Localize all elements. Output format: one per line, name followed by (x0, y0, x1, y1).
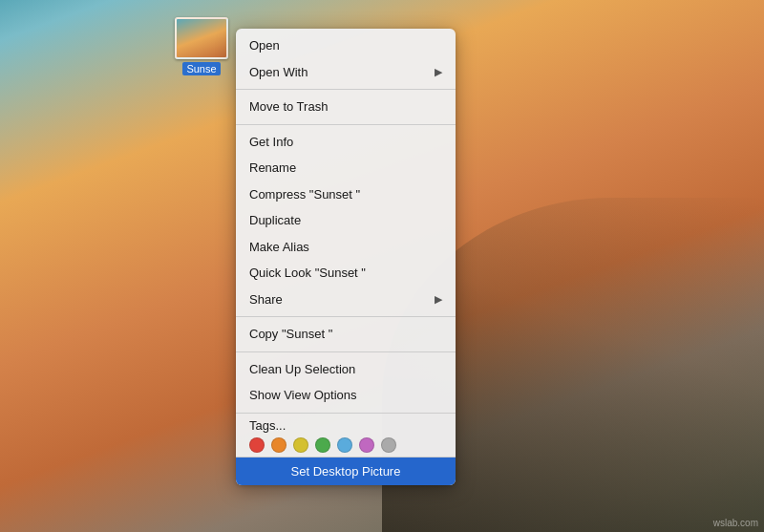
file-label: Sunse (182, 62, 220, 75)
watermark: wslab.com (713, 518, 758, 528)
menu-item-copy[interactable]: Copy "Sunset " (236, 321, 456, 348)
menu-item-copy-label: Copy "Sunset " (249, 325, 332, 344)
menu-item-quick-look[interactable]: Quick Look "Sunset " (236, 260, 456, 287)
menu-section-file-ops: Get Info Rename Compress "Sunset " Dupli… (236, 125, 456, 318)
desktop-file-icon[interactable]: Sunse (167, 17, 236, 75)
menu-item-quick-look-label: Quick Look "Sunset " (249, 264, 366, 283)
menu-item-compress-label: Compress "Sunset " (249, 185, 360, 204)
tag-dot-green[interactable] (315, 437, 330, 453)
menu-item-show-view-options[interactable]: Show View Options (236, 382, 456, 409)
menu-item-rename-label: Rename (249, 159, 296, 178)
menu-item-share-label: Share (249, 290, 283, 309)
menu-section-set-desktop: Set Desktop Picture (236, 458, 456, 485)
file-thumbnail (175, 17, 228, 59)
menu-item-rename[interactable]: Rename (236, 155, 456, 181)
menu-item-clean-up[interactable]: Clean Up Selection (236, 356, 456, 383)
menu-item-open-label: Open (249, 36, 280, 55)
menu-item-make-alias-label: Make Alias (249, 238, 309, 257)
tag-dot-blue[interactable] (337, 437, 352, 453)
menu-item-compress[interactable]: Compress "Sunset " (236, 181, 456, 208)
menu-section-open: Open Open With ▶ (236, 29, 456, 90)
menu-item-make-alias[interactable]: Make Alias (236, 234, 456, 261)
menu-section-copy: Copy "Sunset " (236, 317, 456, 352)
menu-item-open-with[interactable]: Open With ▶ (236, 59, 456, 86)
tags-label[interactable]: Tags... (249, 418, 442, 433)
menu-item-open-with-label: Open With (249, 63, 308, 82)
menu-item-open[interactable]: Open (236, 32, 456, 59)
menu-item-duplicate[interactable]: Duplicate (236, 207, 456, 234)
menu-item-move-to-trash[interactable]: Move to Trash (236, 94, 456, 120)
context-menu: Open Open With ▶ Move to Trash Get Info … (236, 29, 456, 485)
tag-dot-gray[interactable] (381, 437, 396, 453)
menu-section-trash: Move to Trash (236, 90, 456, 125)
tag-dot-orange[interactable] (271, 437, 286, 453)
tag-dots-container (249, 437, 442, 453)
menu-item-get-info-label: Get Info (249, 133, 293, 152)
tag-dot-purple[interactable] (359, 437, 374, 453)
menu-item-share[interactable]: Share ▶ (236, 287, 456, 313)
menu-item-clean-up-label: Clean Up Selection (249, 360, 355, 379)
menu-item-trash-label: Move to Trash (249, 97, 328, 117)
menu-item-show-view-options-label: Show View Options (249, 386, 357, 405)
menu-item-duplicate-label: Duplicate (249, 211, 301, 230)
open-with-arrow-icon: ▶ (435, 64, 442, 80)
tag-dot-red[interactable] (249, 437, 265, 453)
menu-section-tags: Tags... (236, 414, 456, 458)
set-desktop-picture-button[interactable]: Set Desktop Picture (236, 458, 456, 485)
share-arrow-icon: ▶ (435, 291, 442, 308)
menu-section-view: Clean Up Selection Show View Options (236, 352, 456, 414)
tag-dot-yellow[interactable] (293, 437, 308, 453)
menu-item-get-info[interactable]: Get Info (236, 129, 456, 156)
